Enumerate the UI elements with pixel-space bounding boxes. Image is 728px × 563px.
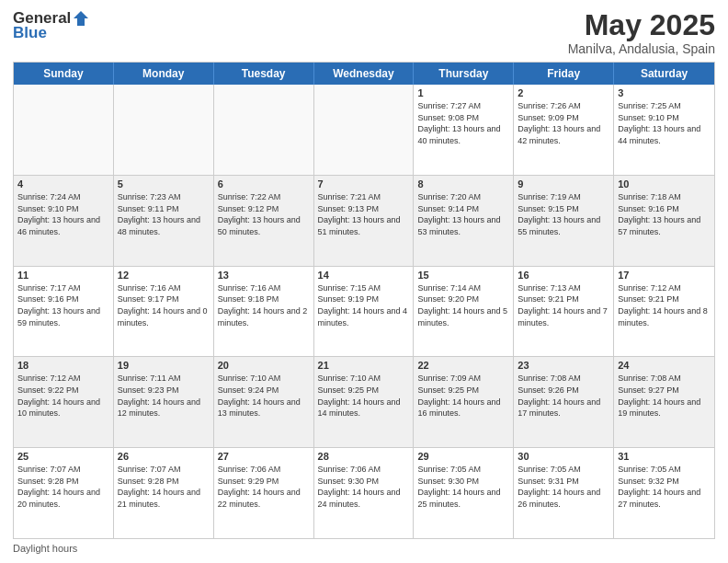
cell-info: Sunrise: 7:10 AM Sunset: 9:25 PM Dayligh… (318, 373, 410, 419)
logo-blue: Blue (13, 24, 47, 42)
cell-info: Sunrise: 7:19 AM Sunset: 9:15 PM Dayligh… (518, 191, 609, 237)
cell-info: Sunrise: 7:06 AM Sunset: 9:29 PM Dayligh… (218, 464, 310, 510)
main-title: May 2025 (568, 9, 715, 41)
calendar-body: 1Sunrise: 7:27 AM Sunset: 9:08 PM Daylig… (14, 85, 714, 538)
cal-cell (214, 85, 314, 175)
cal-cell: 21Sunrise: 7:10 AM Sunset: 9:25 PM Dayli… (314, 357, 415, 447)
cell-info: Sunrise: 7:05 AM Sunset: 9:30 PM Dayligh… (417, 464, 509, 510)
day-number: 30 (518, 451, 609, 462)
cal-cell: 17Sunrise: 7:12 AM Sunset: 9:21 PM Dayli… (614, 267, 714, 357)
cal-cell: 4Sunrise: 7:24 AM Sunset: 9:10 PM Daylig… (14, 176, 114, 266)
calendar: SundayMondayTuesdayWednesdayThursdayFrid… (13, 62, 715, 539)
cal-cell: 26Sunrise: 7:07 AM Sunset: 9:28 PM Dayli… (114, 448, 214, 538)
day-number: 11 (17, 270, 109, 281)
svg-marker-0 (74, 11, 88, 26)
cal-cell: 20Sunrise: 7:10 AM Sunset: 9:24 PM Dayli… (214, 357, 314, 447)
day-number: 9 (518, 178, 609, 190)
cell-info: Sunrise: 7:06 AM Sunset: 9:30 PM Dayligh… (318, 464, 410, 510)
cal-cell: 6Sunrise: 7:22 AM Sunset: 9:12 PM Daylig… (214, 176, 314, 266)
subtitle: Manilva, Andalusia, Spain (568, 41, 715, 56)
header-day-sunday: Sunday (14, 63, 114, 85)
cell-info: Sunrise: 7:15 AM Sunset: 9:19 PM Dayligh… (318, 282, 410, 328)
cell-info: Sunrise: 7:08 AM Sunset: 9:27 PM Dayligh… (618, 373, 711, 419)
day-number: 26 (118, 451, 210, 462)
cal-cell (114, 85, 214, 175)
week-row-1: 4Sunrise: 7:24 AM Sunset: 9:10 PM Daylig… (14, 176, 714, 267)
cal-cell: 1Sunrise: 7:27 AM Sunset: 9:08 PM Daylig… (414, 85, 514, 175)
day-number: 16 (518, 270, 609, 281)
day-number: 20 (218, 360, 310, 371)
header: General Blue May 2025 Manilva, Andalusia… (13, 9, 715, 56)
day-number: 7 (318, 178, 410, 190)
day-number: 5 (118, 178, 210, 190)
cell-info: Sunrise: 7:11 AM Sunset: 9:23 PM Dayligh… (118, 373, 210, 419)
cal-cell: 15Sunrise: 7:14 AM Sunset: 9:20 PM Dayli… (414, 267, 514, 357)
cell-info: Sunrise: 7:13 AM Sunset: 9:21 PM Dayligh… (518, 282, 609, 328)
cell-info: Sunrise: 7:14 AM Sunset: 9:20 PM Dayligh… (417, 282, 509, 328)
cell-info: Sunrise: 7:17 AM Sunset: 9:16 PM Dayligh… (17, 282, 109, 328)
day-number: 24 (618, 360, 711, 371)
cal-cell: 29Sunrise: 7:05 AM Sunset: 9:30 PM Dayli… (414, 448, 514, 538)
day-number: 6 (218, 178, 310, 190)
cal-cell: 31Sunrise: 7:05 AM Sunset: 9:32 PM Dayli… (614, 448, 714, 538)
cell-info: Sunrise: 7:18 AM Sunset: 9:16 PM Dayligh… (618, 191, 711, 237)
cell-info: Sunrise: 7:27 AM Sunset: 9:08 PM Dayligh… (417, 100, 509, 146)
day-number: 12 (118, 270, 210, 281)
day-number: 15 (417, 270, 509, 281)
cal-cell (14, 85, 114, 175)
day-number: 13 (218, 270, 310, 281)
day-number: 3 (618, 87, 711, 98)
cal-cell: 16Sunrise: 7:13 AM Sunset: 9:21 PM Dayli… (514, 267, 614, 357)
cal-cell: 24Sunrise: 7:08 AM Sunset: 9:27 PM Dayli… (614, 357, 714, 447)
day-number: 10 (618, 178, 711, 190)
cal-cell: 9Sunrise: 7:19 AM Sunset: 9:15 PM Daylig… (514, 176, 614, 266)
cell-info: Sunrise: 7:08 AM Sunset: 9:26 PM Dayligh… (518, 373, 609, 419)
cal-cell: 13Sunrise: 7:16 AM Sunset: 9:18 PM Dayli… (214, 267, 314, 357)
cal-cell: 10Sunrise: 7:18 AM Sunset: 9:16 PM Dayli… (614, 176, 714, 266)
day-number: 18 (17, 360, 109, 371)
cell-info: Sunrise: 7:07 AM Sunset: 9:28 PM Dayligh… (118, 464, 210, 510)
cal-cell: 12Sunrise: 7:16 AM Sunset: 9:17 PM Dayli… (114, 267, 214, 357)
header-day-tuesday: Tuesday (214, 63, 314, 85)
calendar-header: SundayMondayTuesdayWednesdayThursdayFrid… (14, 63, 714, 85)
header-day-monday: Monday (114, 63, 214, 85)
logo-icon (72, 9, 90, 28)
cell-info: Sunrise: 7:07 AM Sunset: 9:28 PM Dayligh… (17, 464, 109, 510)
cal-cell: 27Sunrise: 7:06 AM Sunset: 9:29 PM Dayli… (214, 448, 314, 538)
day-number: 8 (417, 178, 509, 190)
logo: General Blue (13, 9, 91, 42)
title-block: May 2025 Manilva, Andalusia, Spain (568, 9, 715, 56)
cal-cell: 3Sunrise: 7:25 AM Sunset: 9:10 PM Daylig… (614, 85, 714, 175)
cell-info: Sunrise: 7:10 AM Sunset: 9:24 PM Dayligh… (218, 373, 310, 419)
cell-info: Sunrise: 7:05 AM Sunset: 9:32 PM Dayligh… (618, 464, 711, 510)
cell-info: Sunrise: 7:24 AM Sunset: 9:10 PM Dayligh… (17, 191, 109, 237)
header-day-wednesday: Wednesday (314, 63, 415, 85)
cell-info: Sunrise: 7:12 AM Sunset: 9:21 PM Dayligh… (618, 282, 711, 328)
week-row-4: 25Sunrise: 7:07 AM Sunset: 9:28 PM Dayli… (14, 448, 714, 538)
cal-cell: 8Sunrise: 7:20 AM Sunset: 9:14 PM Daylig… (414, 176, 514, 266)
day-number: 2 (518, 87, 609, 98)
cell-info: Sunrise: 7:16 AM Sunset: 9:17 PM Dayligh… (118, 282, 210, 328)
cal-cell (314, 85, 415, 175)
cal-cell: 5Sunrise: 7:23 AM Sunset: 9:11 PM Daylig… (114, 176, 214, 266)
cal-cell: 11Sunrise: 7:17 AM Sunset: 9:16 PM Dayli… (14, 267, 114, 357)
week-row-3: 18Sunrise: 7:12 AM Sunset: 9:22 PM Dayli… (14, 357, 714, 448)
day-number: 17 (618, 270, 711, 281)
day-number: 22 (417, 360, 509, 371)
day-number: 25 (17, 451, 109, 462)
day-number: 31 (618, 451, 711, 462)
day-number: 4 (17, 178, 109, 190)
header-day-saturday: Saturday (614, 63, 714, 85)
cal-cell: 14Sunrise: 7:15 AM Sunset: 9:19 PM Dayli… (314, 267, 415, 357)
day-number: 27 (218, 451, 310, 462)
day-number: 23 (518, 360, 609, 371)
footer-note: Daylight hours (13, 543, 715, 554)
page: General Blue May 2025 Manilva, Andalusia… (0, 0, 728, 563)
cell-info: Sunrise: 7:22 AM Sunset: 9:12 PM Dayligh… (218, 191, 310, 237)
cell-info: Sunrise: 7:09 AM Sunset: 9:25 PM Dayligh… (417, 373, 509, 419)
cal-cell: 25Sunrise: 7:07 AM Sunset: 9:28 PM Dayli… (14, 448, 114, 538)
cal-cell: 2Sunrise: 7:26 AM Sunset: 9:09 PM Daylig… (514, 85, 614, 175)
day-number: 29 (417, 451, 509, 462)
cal-cell: 23Sunrise: 7:08 AM Sunset: 9:26 PM Dayli… (514, 357, 614, 447)
cal-cell: 19Sunrise: 7:11 AM Sunset: 9:23 PM Dayli… (114, 357, 214, 447)
